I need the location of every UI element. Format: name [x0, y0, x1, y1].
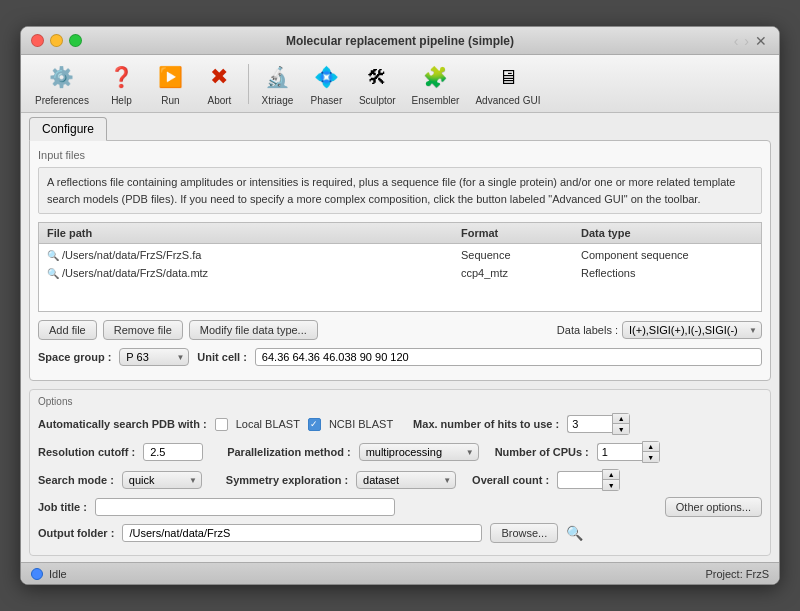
max-hits-input[interactable]	[567, 415, 612, 433]
toolbar-separator	[248, 64, 249, 104]
xtriage-icon: 🔬	[261, 61, 293, 93]
status-left: Idle	[31, 568, 67, 580]
nav-back-icon[interactable]: ‹	[732, 33, 741, 49]
toolbar-phaser[interactable]: 💠 Phaser	[304, 59, 349, 108]
job-title-label: Job title :	[38, 501, 87, 513]
local-blast-label: Local BLAST	[236, 418, 300, 430]
table-row[interactable]: 🔍 /Users/nat/data/FrzS/data.mtz ccp4_mtz…	[39, 264, 761, 282]
preferences-label: Preferences	[35, 95, 89, 106]
add-file-button[interactable]: Add file	[38, 320, 97, 340]
toolbar-preferences[interactable]: ⚙️ Preferences	[29, 59, 95, 108]
search-mode-select[interactable]: quick ▼	[122, 471, 202, 489]
file-path-cell-1: 🔍 /Users/nat/data/FrzS/data.mtz	[43, 265, 457, 281]
window-title: Molecular replacement pipeline (simple)	[286, 34, 514, 48]
toolbar-ensembler[interactable]: 🧩 Ensembler	[406, 59, 466, 108]
data-labels-value: I(+),SIGI(+),I(-),SIGI(-)	[629, 324, 738, 336]
blast-label: Automatically search PDB with :	[38, 418, 207, 430]
toolbar-help[interactable]: ❓ Help	[99, 59, 144, 108]
statusbar: Idle Project: FrzS	[21, 562, 779, 584]
overall-count-up-button[interactable]: ▲	[603, 470, 619, 480]
titlebar: Molecular replacement pipeline (simple) …	[21, 27, 779, 55]
file-table[interactable]: File path Format Data type 🔍 /Users/nat/…	[38, 222, 762, 312]
search-mode-arrow-icon: ▼	[189, 476, 197, 485]
symmetry-select[interactable]: dataset ▼	[356, 471, 456, 489]
file-extra-1	[737, 265, 757, 281]
overall-count-down-button[interactable]: ▼	[603, 480, 619, 490]
other-options-button[interactable]: Other options...	[665, 497, 762, 517]
resolution-label: Resolution cutoff :	[38, 446, 135, 458]
file-search-icon-1: 🔍	[47, 268, 59, 279]
description-text: A reflections file containing amplitudes…	[47, 176, 736, 205]
file-search-icon-0: 🔍	[47, 250, 59, 261]
parallelization-arrow-icon: ▼	[466, 448, 474, 457]
window-controls	[31, 34, 82, 47]
parallelization-select[interactable]: multiprocessing ▼	[359, 443, 479, 461]
space-group-select[interactable]: P 63 ▼	[119, 348, 189, 366]
toolbar-sculptor[interactable]: 🛠 Sculptor	[353, 59, 402, 108]
num-cpus-down-button[interactable]: ▼	[643, 452, 659, 462]
toolbar-abort[interactable]: ✖ Abort	[197, 59, 242, 108]
output-folder-row: Output folder : Browse... 🔍	[38, 523, 762, 543]
phaser-icon: 💠	[310, 61, 342, 93]
remove-file-button[interactable]: Remove file	[103, 320, 183, 340]
unit-cell-input[interactable]	[255, 348, 762, 366]
space-unit-row: Space group : P 63 ▼ Unit cell :	[38, 348, 762, 366]
run-icon: ▶️	[154, 61, 186, 93]
max-hits-label: Max. number of hits to use :	[413, 418, 559, 430]
tab-bar: Configure	[21, 113, 779, 140]
nav-forward-icon[interactable]: ›	[742, 33, 751, 49]
options-title: Options	[38, 396, 762, 407]
unit-cell-label: Unit cell :	[197, 351, 247, 363]
ensembler-icon: 🧩	[420, 61, 452, 93]
help-icon: ❓	[105, 61, 137, 93]
sculptor-icon: 🛠	[361, 61, 393, 93]
col-filepath: File path	[43, 225, 457, 241]
local-blast-checkbox[interactable]	[215, 418, 228, 431]
data-labels-select[interactable]: I(+),SIGI(+),I(-),SIGI(-) ▼	[622, 321, 762, 339]
toolbar-advanced-gui[interactable]: 🖥 Advanced GUI	[469, 59, 546, 108]
folder-search-button[interactable]: 🔍	[566, 525, 583, 541]
tab-configure[interactable]: Configure	[29, 117, 107, 141]
overall-count-stepper: ▲ ▼	[602, 469, 620, 491]
browse-button[interactable]: Browse...	[490, 523, 558, 543]
table-row[interactable]: 🔍 /Users/nat/data/FrzS/FrzS.fa Sequence …	[39, 246, 761, 264]
resolution-input[interactable]	[143, 443, 203, 461]
file-path-cell-0: 🔍 /Users/nat/data/FrzS/FrzS.fa	[43, 247, 457, 263]
maximize-button[interactable]	[69, 34, 82, 47]
main-section: Input files A reflections file containin…	[29, 140, 771, 381]
job-title-row: Job title : Other options...	[38, 497, 762, 517]
toolbar-xtriage[interactable]: 🔬 Xtriage	[255, 59, 300, 108]
file-datatype-cell-1: Reflections	[577, 265, 737, 281]
data-labels-group: Data labels : I(+),SIGI(+),I(-),SIGI(-) …	[557, 321, 762, 339]
job-title-input[interactable]	[95, 498, 395, 516]
max-hits-up-button[interactable]: ▲	[613, 414, 629, 424]
num-cpus-input[interactable]	[597, 443, 642, 461]
main-window: Molecular replacement pipeline (simple) …	[20, 26, 780, 585]
file-table-body: 🔍 /Users/nat/data/FrzS/FrzS.fa Sequence …	[39, 244, 761, 284]
nav-close-icon[interactable]: ✕	[753, 33, 769, 49]
ncbi-blast-checkbox[interactable]: ✓	[308, 418, 321, 431]
sculptor-label: Sculptor	[359, 95, 396, 106]
data-labels-arrow-icon: ▼	[749, 326, 757, 335]
toolbar-run[interactable]: ▶️ Run	[148, 59, 193, 108]
max-hits-down-button[interactable]: ▼	[613, 424, 629, 434]
search-mode-value: quick	[129, 474, 155, 486]
num-cpus-spinner: ▲ ▼	[597, 441, 660, 463]
toolbar: ⚙️ Preferences ❓ Help ▶️ Run ✖ Abort 🔬 X…	[21, 55, 779, 113]
file-extra-0	[737, 247, 757, 263]
search-mode-label: Search mode :	[38, 474, 114, 486]
col-datatype: Data type	[577, 225, 737, 241]
num-cpus-stepper: ▲ ▼	[642, 441, 660, 463]
phaser-label: Phaser	[311, 95, 343, 106]
parallelization-label: Parallelization method :	[227, 446, 350, 458]
space-group-arrow-icon: ▼	[176, 353, 184, 362]
modify-data-type-button[interactable]: Modify file data type...	[189, 320, 318, 340]
num-cpus-up-button[interactable]: ▲	[643, 442, 659, 452]
overall-count-input[interactable]	[557, 471, 602, 489]
advanced-gui-label: Advanced GUI	[475, 95, 540, 106]
output-folder-input[interactable]	[122, 524, 482, 542]
minimize-button[interactable]	[50, 34, 63, 47]
close-button[interactable]	[31, 34, 44, 47]
project-text: Project: FrzS	[705, 568, 769, 580]
symmetry-label: Symmetry exploration :	[226, 474, 348, 486]
